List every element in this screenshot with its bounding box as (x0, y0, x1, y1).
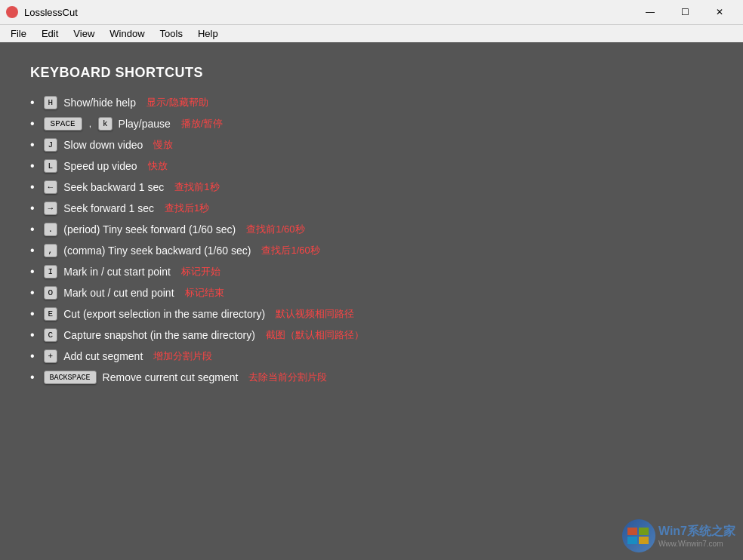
key-j: J (44, 138, 58, 152)
shortcut-desc: Cut (export selection in the same direct… (63, 308, 265, 320)
key-space: SPACE (44, 117, 82, 131)
shortcut-desc: Slow down video (63, 139, 143, 151)
shortcut-zh: 快放 (148, 159, 168, 173)
list-item: • E Cut (export selection in the same di… (30, 307, 713, 321)
shortcut-zh: 慢放 (153, 138, 173, 152)
key-comma: , (44, 244, 58, 257)
shortcut-zh: 查找后1/60秒 (261, 244, 319, 257)
bullet: • (30, 223, 35, 236)
watermark-site-label: Www.Winwin7.com (658, 540, 735, 548)
list-item: • + Add cut segment 增加分割片段 (30, 349, 713, 363)
watermark-win-label: Win7系统之家 (658, 524, 735, 540)
list-item: • , (comma) Tiny seek backward (1/60 sec… (30, 244, 713, 257)
title-bar-controls: — ☐ ✕ (633, 0, 737, 24)
list-item: • C Capture snapshot (in the same direct… (30, 328, 713, 342)
list-item: • SPACE , k Play/pause 播放/暂停 (30, 117, 713, 131)
key-l: L (44, 159, 58, 173)
shortcut-desc: Capture snapshot (in the same directory) (63, 329, 255, 341)
watermark-icon (622, 519, 655, 552)
bullet: • (30, 180, 35, 194)
shortcut-desc: Speed up video (63, 160, 137, 172)
list-item: • O Mark out / cut end point 标记结束 (30, 286, 713, 300)
menu-bar: File Edit View Window Tools Help (0, 24, 743, 42)
shortcut-desc: Show/hide help (63, 97, 136, 109)
app-icon (6, 6, 18, 18)
shortcut-desc: (period) Tiny seek forward (1/60 sec) (63, 223, 236, 235)
menu-help[interactable]: Help (190, 26, 226, 41)
app-title: LosslessCut (24, 7, 78, 18)
key-sep: , (89, 118, 91, 129)
shortcut-zh: 标记结束 (185, 286, 224, 300)
key-period: . (44, 223, 58, 236)
minimize-button[interactable]: — (633, 0, 667, 24)
shortcut-zh: 去除当前分割片段 (248, 371, 327, 384)
close-button[interactable]: ✕ (702, 0, 737, 24)
shortcut-desc: Seek backward 1 sec (63, 181, 164, 193)
bullet: • (30, 286, 35, 300)
shortcut-desc: (comma) Tiny seek backward (1/60 sec) (63, 245, 251, 257)
shortcut-zh: 播放/暂停 (181, 117, 224, 131)
bullet: • (30, 244, 35, 257)
list-item: • . (period) Tiny seek forward (1/60 sec… (30, 223, 713, 236)
key-right: → (44, 202, 58, 215)
bullet: • (30, 117, 35, 131)
list-item: • → Seek forward 1 sec 查找后1秒 (30, 202, 713, 215)
title-bar: LosslessCut — ☐ ✕ (0, 0, 743, 24)
bullet: • (30, 307, 35, 321)
windows-logo-icon (627, 528, 650, 544)
title-bar-left: LosslessCut (6, 6, 78, 18)
maximize-button[interactable]: ☐ (667, 0, 702, 24)
key-left: ← (44, 180, 58, 194)
bullet: • (30, 138, 35, 152)
list-item: • J Slow down video 慢放 (30, 138, 713, 152)
key-i: I (44, 265, 58, 278)
shortcut-desc: Mark in / cut start point (63, 266, 171, 278)
bullet: • (30, 202, 35, 215)
shortcut-desc: Remove current cut segment (103, 371, 239, 383)
shortcuts-title: KEYBOARD SHORTCUTS (30, 65, 713, 81)
shortcut-zh: 显示/隐藏帮助 (146, 96, 208, 109)
shortcut-zh: 增加分割片段 (153, 349, 212, 363)
shortcut-zh: 默认视频相同路径 (276, 307, 354, 321)
shortcut-zh: 标记开始 (181, 265, 220, 278)
menu-view[interactable]: View (66, 26, 102, 41)
svg-rect-3 (639, 537, 649, 544)
key-o: O (44, 286, 58, 300)
menu-window[interactable]: Window (102, 26, 152, 41)
watermark-text-block: Win7系统之家 Www.Winwin7.com (658, 524, 735, 548)
svg-rect-2 (627, 537, 637, 544)
bullet: • (30, 349, 35, 363)
key-e: E (44, 307, 58, 321)
shortcut-zh: 查找后1秒 (165, 202, 209, 215)
svg-rect-0 (627, 528, 637, 535)
svg-rect-1 (639, 528, 649, 535)
shortcut-desc: Add cut segment (63, 350, 143, 362)
key-backspace: BACKSPACE (44, 371, 97, 384)
key-c: C (44, 328, 58, 342)
shortcut-desc: Mark out / cut end point (63, 287, 174, 299)
key-plus: + (44, 349, 58, 363)
list-item: • BACKSPACE Remove current cut segment 去… (30, 371, 713, 384)
shortcut-zh: 查找前1/60秒 (246, 223, 304, 236)
bullet: • (30, 96, 35, 109)
list-item: • H Show/hide help 显示/隐藏帮助 (30, 96, 713, 109)
shortcut-zh: 截图（默认相同路径） (266, 328, 364, 342)
list-item: • L Speed up video 快放 (30, 159, 713, 173)
list-item: • ← Seek backward 1 sec 查找前1秒 (30, 180, 713, 194)
shortcuts-list: • H Show/hide help 显示/隐藏帮助 • SPACE , k P… (30, 96, 713, 384)
menu-edit[interactable]: Edit (34, 26, 66, 41)
bullet: • (30, 328, 35, 342)
menu-file[interactable]: File (3, 26, 34, 41)
menu-tools[interactable]: Tools (153, 26, 190, 41)
bullet: • (30, 371, 35, 384)
list-item: • I Mark in / cut start point 标记开始 (30, 265, 713, 278)
shortcut-desc: Play/pause (119, 118, 171, 130)
key-k: k (98, 117, 113, 131)
main-content: KEYBOARD SHORTCUTS • H Show/hide help 显示… (0, 42, 743, 560)
key-h: H (44, 96, 58, 109)
shortcut-desc: Seek forward 1 sec (63, 202, 154, 214)
bullet: • (30, 159, 35, 173)
watermark: Win7系统之家 Www.Winwin7.com (622, 519, 735, 552)
shortcut-zh: 查找前1秒 (174, 180, 219, 194)
bullet: • (30, 265, 35, 278)
